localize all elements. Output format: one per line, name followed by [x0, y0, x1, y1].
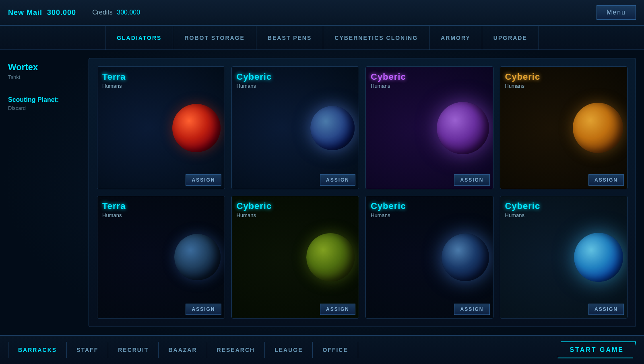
planet-sphere-2 [310, 106, 355, 150]
planet-name-2: Cyberic [237, 72, 272, 82]
planet-sphere-8 [574, 233, 623, 282]
planet-type-4: Humans [505, 83, 541, 89]
nav-item-cybernetics-cloning[interactable]: CYBERNETICS CLONING [323, 26, 429, 50]
assign-button-5[interactable]: ASSIGN [186, 304, 221, 315]
planet-name-5: Terra [102, 201, 126, 211]
top-bar-left: New Mail 300.000 Credits 300.000 [8, 8, 140, 17]
nav-item-beast-pens[interactable]: BEAST PENS [256, 26, 323, 50]
grid-area: Terra Humans ASSIGN Cyberic Humans ASSIG… [80, 50, 644, 335]
bottom-nav-barracks[interactable]: BARRACKS [8, 342, 67, 358]
assign-button-4[interactable]: ASSIGN [588, 174, 624, 186]
planet-type-5: Humans [102, 212, 126, 218]
planet-card-7[interactable]: Cyberic Humans ASSIGN [365, 196, 493, 318]
planet-card-2[interactable]: Cyberic Humans ASSIGN [231, 66, 359, 189]
planet-sphere-5 [174, 234, 221, 280]
planet-type-8: Humans [505, 212, 541, 218]
grid-container: Terra Humans ASSIGN Cyberic Humans ASSIG… [89, 58, 636, 327]
player-name: Wortex [8, 62, 72, 72]
bottom-nav-items: BARRACKS STAFF RECRUIT BAAZAR RESEARCH L… [8, 342, 557, 358]
planet-name-8: Cyberic [505, 201, 541, 211]
planet-sphere-6 [306, 233, 355, 281]
planet-info-2: Cyberic Humans [237, 72, 272, 89]
assign-button-7[interactable]: ASSIGN [454, 304, 489, 315]
main-content: Wortex Tshkt Scouting Planet: Discard Te… [0, 50, 644, 335]
planet-card-4[interactable]: Cyberic Humans ASSIGN [500, 66, 628, 189]
nav-item-armory[interactable]: ARMORY [429, 26, 482, 50]
scouting-label: Scouting Planet: [8, 96, 72, 103]
bottom-nav-research[interactable]: RESEARCH [207, 342, 265, 358]
bottom-navigation: BARRACKS STAFF RECRUIT BAAZAR RESEARCH L… [0, 335, 644, 364]
planet-card-3[interactable]: Cyberic Humans ASSIGN [365, 66, 493, 189]
nav-item-upgrade[interactable]: UPGRADE [482, 26, 539, 50]
bottom-nav-staff[interactable]: STAFF [67, 342, 108, 358]
planet-sphere-4 [573, 103, 623, 153]
planet-info-5: Terra Humans [102, 201, 126, 218]
planet-info-1: Terra Humans [102, 72, 126, 89]
planet-grid: Terra Humans ASSIGN Cyberic Humans ASSIG… [97, 66, 627, 318]
planet-card-8[interactable]: Cyberic Humans ASSIGN [500, 196, 628, 318]
planet-card-1[interactable]: Terra Humans ASSIGN [97, 66, 225, 189]
planet-name-7: Cyberic [371, 201, 406, 211]
nav-item-gladiators[interactable]: GLADIATORS [105, 26, 173, 50]
menu-button[interactable]: Menu [597, 5, 636, 20]
planet-card-5[interactable]: Terra Humans ASSIGN [97, 196, 225, 318]
scouting-discard[interactable]: Discard [8, 105, 72, 111]
assign-button-2[interactable]: ASSIGN [320, 174, 355, 186]
planet-info-7: Cyberic Humans [371, 201, 406, 218]
start-game-button[interactable]: START GAME [557, 341, 636, 358]
planet-name-4: Cyberic [505, 72, 541, 82]
bottom-nav-baazar[interactable]: BAAZAR [159, 342, 207, 358]
bottom-nav-office[interactable]: OFFICE [313, 342, 358, 358]
planet-type-6: Humans [237, 212, 272, 218]
planet-type-3: Humans [371, 83, 406, 89]
assign-button-6[interactable]: ASSIGN [320, 304, 355, 315]
planet-info-8: Cyberic Humans [505, 201, 541, 218]
planet-name-1: Terra [102, 72, 126, 82]
planet-sphere-1 [172, 104, 221, 152]
player-subtitle: Tshkt [8, 74, 72, 80]
new-mail-label: New Mail 300.000 [8, 8, 76, 17]
assign-button-8[interactable]: ASSIGN [588, 304, 624, 315]
top-bar: New Mail 300.000 Credits 300.000 Menu [0, 0, 644, 26]
nav-item-robot-storage[interactable]: ROBOT STORAGE [173, 26, 256, 50]
bottom-nav-recruit[interactable]: RECRUIT [108, 342, 159, 358]
credits-label: Credits 300.000 [92, 9, 140, 16]
planet-name-6: Cyberic [237, 201, 272, 211]
top-navigation: GLADIATORS ROBOT STORAGE BEAST PENS CYBE… [0, 26, 644, 50]
planet-info-6: Cyberic Humans [237, 201, 272, 218]
planet-info-3: Cyberic Humans [371, 72, 406, 89]
assign-button-1[interactable]: ASSIGN [186, 174, 221, 186]
planet-sphere-7 [442, 234, 489, 281]
planet-sphere-3 [437, 102, 489, 154]
planet-type-7: Humans [371, 212, 406, 218]
planet-card-6[interactable]: Cyberic Humans ASSIGN [231, 196, 359, 318]
sidebar: Wortex Tshkt Scouting Planet: Discard [0, 50, 80, 335]
assign-button-3[interactable]: ASSIGN [454, 174, 489, 186]
planet-type-1: Humans [102, 83, 126, 89]
bottom-nav-leauge[interactable]: LEAUGE [265, 342, 313, 358]
planet-name-3: Cyberic [371, 72, 406, 82]
planet-type-2: Humans [237, 83, 272, 89]
planet-info-4: Cyberic Humans [505, 72, 541, 89]
